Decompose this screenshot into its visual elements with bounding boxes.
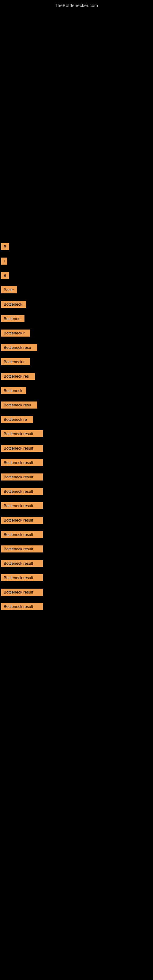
- bottleneck-result-label[interactable]: Bottleneck result: [1, 488, 43, 495]
- list-item: Bottleneck: [0, 383, 153, 398]
- list-item: Bottleneck res: [0, 369, 153, 383]
- list-item: B: [0, 240, 153, 254]
- list-item: Bottleneck re: [0, 412, 153, 426]
- bottleneck-result-label[interactable]: Bottleneck result: [1, 517, 43, 524]
- bottleneck-result-label[interactable]: Bottleneck result: [1, 459, 43, 466]
- site-title: TheBottlenecker.com: [0, 0, 153, 10]
- bottleneck-result-label[interactable]: Bottleneck res: [1, 373, 35, 380]
- list-item: Bottleneck result: [0, 542, 153, 556]
- list-item: Bottleneck result: [0, 585, 153, 599]
- bottleneck-result-label[interactable]: B: [1, 272, 9, 279]
- bottleneck-result-label[interactable]: Bottleneck result: [1, 445, 43, 452]
- bottleneck-result-label[interactable]: Bottleneck result: [1, 531, 43, 538]
- bottleneck-result-label[interactable]: Bottleneck result: [1, 546, 43, 552]
- bottleneck-result-label[interactable]: Bottleneck r: [1, 329, 30, 337]
- bottleneck-result-label[interactable]: Bottleneck: [1, 387, 26, 394]
- bottleneck-list: BIBBottleBottleneckBottlenecBottleneck r…: [0, 236, 153, 614]
- chart-area: [0, 10, 153, 236]
- bottleneck-result-label[interactable]: Bottleneck resu: [1, 401, 37, 409]
- bottleneck-result-label[interactable]: Bottleneck: [1, 301, 26, 308]
- bottleneck-result-label[interactable]: Bottleneck re: [1, 416, 33, 423]
- site-title-container: TheBottlenecker.com: [0, 0, 153, 10]
- bottleneck-result-label[interactable]: Bottleneck result: [1, 603, 43, 610]
- bottleneck-result-label[interactable]: Bottleneck result: [1, 430, 43, 438]
- list-item: Bottleneck result: [0, 527, 153, 542]
- list-item: Bottleneck result: [0, 499, 153, 513]
- bottleneck-result-label[interactable]: Bottleneck result: [1, 560, 43, 567]
- bottleneck-result-label[interactable]: Bottleneck r: [1, 358, 30, 365]
- list-item: Bottle: [0, 283, 153, 297]
- bottleneck-result-label[interactable]: Bottle: [1, 286, 17, 293]
- list-item: Bottleneck result: [0, 484, 153, 499]
- bottleneck-result-label[interactable]: Bottlenec: [1, 315, 24, 322]
- list-item: Bottleneck: [0, 297, 153, 312]
- list-item: B: [0, 268, 153, 283]
- list-item: Bottleneck r: [0, 326, 153, 340]
- list-item: Bottleneck result: [0, 599, 153, 614]
- list-item: I: [0, 254, 153, 268]
- list-item: Bottleneck r: [0, 355, 153, 369]
- list-item: Bottleneck resu: [0, 398, 153, 412]
- list-item: Bottleneck result: [0, 513, 153, 527]
- list-item: Bottleneck result: [0, 455, 153, 470]
- bottleneck-result-label[interactable]: B: [1, 243, 9, 250]
- list-item: Bottleneck resu: [0, 340, 153, 355]
- list-item: Bottleneck result: [0, 556, 153, 571]
- list-item: Bottleneck result: [0, 470, 153, 484]
- bottleneck-result-label[interactable]: I: [1, 258, 7, 265]
- list-item: Bottleneck result: [0, 441, 153, 455]
- bottleneck-result-label[interactable]: Bottleneck result: [1, 574, 43, 581]
- bottleneck-result-label[interactable]: Bottleneck resu: [1, 344, 37, 351]
- bottleneck-result-label[interactable]: Bottleneck result: [1, 589, 43, 596]
- list-item: Bottlenec: [0, 312, 153, 326]
- list-item: Bottleneck result: [0, 426, 153, 441]
- list-item: Bottleneck result: [0, 571, 153, 585]
- bottleneck-result-label[interactable]: Bottleneck result: [1, 502, 43, 509]
- bottleneck-result-label[interactable]: Bottleneck result: [1, 474, 43, 480]
